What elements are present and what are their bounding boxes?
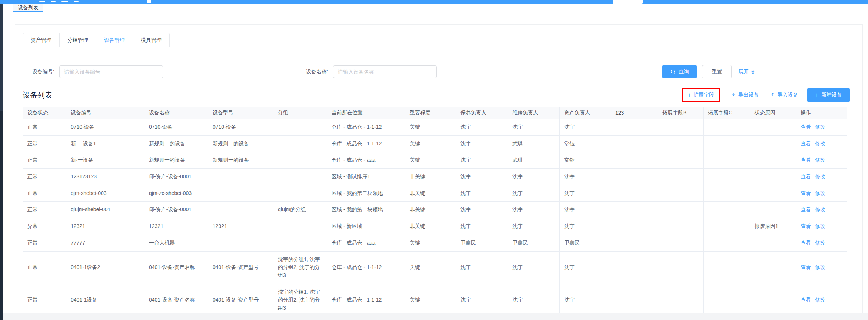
edit-link[interactable]: 修改 bbox=[815, 157, 825, 163]
table-cell: 卫鑫民 bbox=[560, 235, 611, 251]
table-cell: 沈宇的分组1, 沈宇的分组2, 沈宇的分组3 bbox=[273, 251, 327, 284]
view-link[interactable]: 查看 bbox=[801, 174, 811, 179]
edit-link[interactable]: 修改 bbox=[815, 124, 825, 130]
table-cell bbox=[704, 202, 750, 218]
table-cell bbox=[704, 218, 750, 235]
table-cell: 沈宇 bbox=[508, 218, 560, 235]
view-link[interactable]: 查看 bbox=[801, 124, 811, 130]
page-tab-device-list[interactable]: 设备列表 bbox=[13, 4, 43, 12]
import-devices-link[interactable]: 导入设备 bbox=[770, 92, 798, 98]
query-button[interactable]: 查询 bbox=[662, 65, 697, 78]
table-cell bbox=[658, 202, 704, 218]
table-cell: 卫鑫民 bbox=[456, 235, 508, 251]
tab-资产管理[interactable]: 资产管理 bbox=[23, 33, 60, 47]
table-cell: 关键 bbox=[405, 135, 456, 152]
export-devices-link[interactable]: 导出设备 bbox=[731, 92, 759, 98]
table-cell: 常钰 bbox=[560, 152, 611, 169]
table-cell: 沈宇 bbox=[456, 251, 508, 284]
table-cell: 沈宇 bbox=[456, 185, 508, 202]
view-link[interactable]: 查看 bbox=[801, 141, 811, 146]
table-cell-actions: 查看修改 bbox=[796, 185, 847, 202]
view-link[interactable]: 查看 bbox=[801, 240, 811, 246]
view-link[interactable]: 查看 bbox=[801, 190, 811, 196]
table-cell-actions: 查看修改 bbox=[796, 169, 847, 185]
table-cell: 沈宇 bbox=[508, 202, 560, 218]
chevron-double-down-icon: ≫ bbox=[751, 69, 756, 74]
table-cell: 12321 bbox=[66, 218, 144, 235]
table-cell-actions: 查看修改 bbox=[796, 235, 847, 251]
device-table: 设备状态设备编号设备名称设备型号分组当前所在位置重要程度保养负责人维修负责人资产… bbox=[23, 107, 847, 317]
sidebar-sliver[interactable] bbox=[0, 4, 3, 320]
table-cell: 武琪 bbox=[508, 135, 560, 152]
table-cell-actions: 查看修改 bbox=[796, 119, 847, 136]
table-row: 正常123123123邱-资产-设备-0001区域 - 测试排序1非关键沈宇沈宇… bbox=[23, 169, 847, 185]
reset-button[interactable]: 重置 bbox=[702, 65, 732, 78]
table-cell: 仓库 - 成品仓 - 1-1-12 bbox=[327, 251, 405, 284]
table-cell: 沈宇 bbox=[456, 152, 508, 169]
view-link[interactable]: 查看 bbox=[801, 157, 811, 163]
column-header: 当前所在位置 bbox=[327, 107, 405, 119]
edit-link[interactable]: 修改 bbox=[815, 206, 825, 212]
section-title: 设备列表 bbox=[23, 90, 52, 100]
column-header: 拓展字段C bbox=[704, 107, 750, 119]
view-link[interactable]: 查看 bbox=[801, 264, 811, 270]
edit-link[interactable]: 修改 bbox=[815, 190, 825, 196]
table-cell: 沈宇 bbox=[560, 169, 611, 185]
table-cell bbox=[611, 185, 658, 202]
column-header: 设备型号 bbox=[208, 107, 273, 119]
table-row: 正常qjm-shebei-003qjm-zc-shebei-003区域 - 我的… bbox=[23, 185, 847, 202]
table-cell bbox=[704, 119, 750, 136]
edit-link[interactable]: 修改 bbox=[815, 223, 825, 229]
table-cell bbox=[658, 185, 704, 202]
top-app-bar bbox=[0, 0, 868, 4]
table-row: 正常0401-1设备20401-设备·资产名称0401-设备·资产型号沈宇的分组… bbox=[23, 251, 847, 284]
table-cell: 正常 bbox=[23, 202, 66, 218]
view-link[interactable]: 查看 bbox=[801, 223, 811, 229]
column-header: 设备编号 bbox=[66, 107, 144, 119]
column-header: 资产负责人 bbox=[560, 107, 611, 119]
add-device-button[interactable]: + 新增设备 bbox=[807, 88, 850, 102]
edit-link[interactable]: 修改 bbox=[815, 240, 825, 246]
table-row: 正常0710-设备0710-设备0710-设备仓库 - 成品仓 - 1-1-12… bbox=[23, 119, 847, 136]
column-header: 123 bbox=[611, 107, 658, 119]
table-cell: 正常 bbox=[23, 284, 66, 316]
device-code-input[interactable] bbox=[59, 65, 163, 78]
topbar-search-box[interactable] bbox=[613, 0, 643, 4]
table-cell bbox=[750, 169, 796, 185]
table-cell-actions: 查看修改 bbox=[796, 251, 847, 284]
table-cell: 区域 - 我的第二块领地 bbox=[327, 202, 405, 218]
table-cell: 沈宇 bbox=[456, 135, 508, 152]
table-cell: 卫鑫民 bbox=[508, 235, 560, 251]
device-name-label: 设备名称: bbox=[306, 68, 328, 75]
table-row: 正常新·二设备1新规则二的设备新规则二的设备仓库 - 成品仓 - 1-1-12关… bbox=[23, 135, 847, 152]
table-cell: 正常 bbox=[23, 235, 66, 251]
view-link[interactable]: 查看 bbox=[801, 206, 811, 212]
table-cell: 沈宇 bbox=[508, 284, 560, 316]
table-cell bbox=[611, 152, 658, 169]
topbar-text-remnant bbox=[61, 1, 68, 2]
column-header: 操作 bbox=[796, 107, 847, 119]
table-cell bbox=[273, 152, 327, 169]
plus-icon: + bbox=[688, 92, 691, 98]
main-card: 资产管理分组管理设备管理模具管理 设备编号: 设备名称: bbox=[15, 24, 863, 320]
expand-link[interactable]: 展开 ≫ bbox=[738, 68, 756, 75]
extend-fields-link[interactable]: + 扩展字段 bbox=[682, 88, 719, 102]
edit-link[interactable]: 修改 bbox=[815, 297, 825, 303]
view-link[interactable]: 查看 bbox=[801, 297, 811, 303]
table-cell bbox=[704, 235, 750, 251]
table-cell: 仓库 - 成品仓 - 1-1-12 bbox=[327, 135, 405, 152]
tab-分组管理[interactable]: 分组管理 bbox=[60, 33, 96, 47]
page-tab-bar: 设备列表 bbox=[3, 4, 868, 12]
table-cell: 非关键 bbox=[405, 169, 456, 185]
table-cell bbox=[750, 235, 796, 251]
table-cell: 新·一设备 bbox=[66, 152, 144, 169]
table-cell: 区域 - 我的第二块领地 bbox=[327, 185, 405, 202]
table-cell: 0401-设备·资产型号 bbox=[208, 251, 273, 284]
table-cell: 关键 bbox=[405, 152, 456, 169]
tab-模具管理[interactable]: 模具管理 bbox=[133, 33, 170, 47]
tab-设备管理[interactable]: 设备管理 bbox=[96, 33, 133, 47]
edit-link[interactable]: 修改 bbox=[815, 264, 825, 270]
edit-link[interactable]: 修改 bbox=[815, 141, 825, 146]
device-name-input[interactable] bbox=[333, 65, 437, 78]
edit-link[interactable]: 修改 bbox=[815, 174, 825, 179]
